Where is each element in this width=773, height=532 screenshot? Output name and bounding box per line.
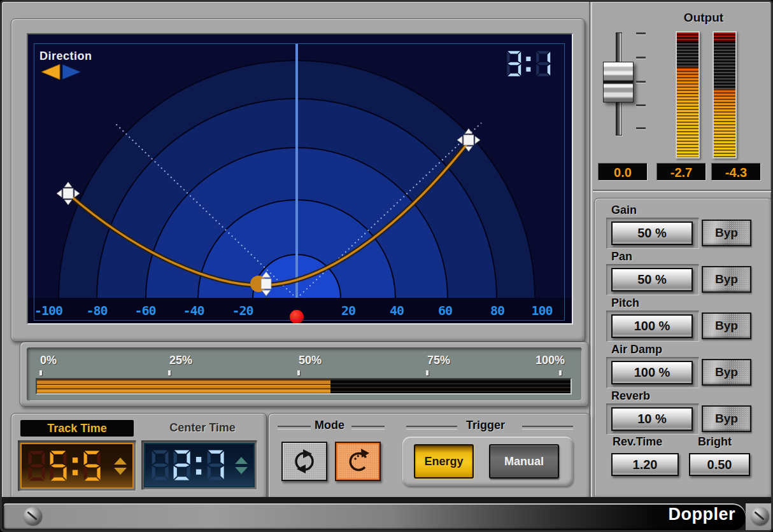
meter-level [677,67,699,157]
track-time-down-icon[interactable] [114,468,127,475]
fader-tick [636,104,646,106]
center-time-label: Center Time [148,421,257,437]
progress-label: 100% [535,354,565,367]
param-label-gain: Gain [611,204,637,217]
progress-tick [168,370,171,375]
output-meter-left [676,31,700,158]
center-time-stepper[interactable] [234,457,248,474]
param-value-gain[interactable]: 50 % [611,221,693,245]
trigger-well: Energy Manual [402,437,573,486]
param-label-pan: Pan [611,250,632,263]
param-value-pan[interactable]: 50 % [611,268,693,291]
trigger-label: Trigger [466,419,505,432]
listener-position-dot [290,310,304,324]
screw-icon [24,507,41,525]
progress-label: 0% [40,354,57,367]
meter-left-readout: -2.7 [656,163,706,181]
axis-tick-label: 40 [390,303,404,318]
param-label-pitch: Pitch [611,297,639,310]
center-time-up-icon[interactable] [235,457,248,464]
trigger-rule-right [522,426,573,430]
trigger-energy-button[interactable]: Energy [414,444,474,479]
mode-loop-button[interactable] [281,442,327,481]
track-time-up-icon[interactable] [114,458,127,465]
center-time-down-icon[interactable] [235,467,248,474]
mode-rule-left [278,426,311,430]
direction-control: Direction [39,50,92,83]
axis-tick-label: 80 [490,303,504,318]
progress-tick [426,370,429,375]
mode-label: Mode [315,419,344,432]
track-time-display[interactable] [20,443,134,489]
column-divider [589,2,592,500]
footer-gradient-bar [4,503,746,530]
progress-label: 25% [169,354,192,367]
axis-tick-label: 60 [438,303,452,318]
radar-panel: -100-80-60-40-2020406080100 Direction [11,18,585,342]
center-time-display[interactable] [144,443,255,487]
axis-tick-label: -20 [232,303,253,318]
fader-tick [636,127,646,129]
trigger-manual-button[interactable]: Manual [489,444,559,479]
axis-tick-label: 100 [531,303,552,318]
times-panel: Track Time Center Time [11,413,267,501]
fader-value-readout: 0.0 [598,163,648,181]
radar-screen[interactable]: -100-80-60-40-2020406080100 Direction [27,33,573,325]
progress-tick [559,370,562,375]
ratio-display [506,50,551,78]
progress-tick [297,370,300,375]
param-byp-reverb[interactable]: Byp [702,405,751,432]
meter-right-readout: -4.3 [711,163,761,181]
meter-level [714,89,735,157]
screw-icon [751,507,769,525]
progress-tick [39,370,42,375]
center-time-digits [150,449,230,482]
plugin-window: -100-80-60-40-2020406080100 Direction 0%… [0,0,773,532]
progress-well: 0%25%50%75%100% [27,347,582,401]
param-label-airdamp: Air Damp [611,343,662,356]
progress-panel: 0%25%50%75%100% [20,342,589,407]
output-fader-knob[interactable] [603,62,634,102]
direction-arrows[interactable] [39,63,88,81]
param-byp-pan[interactable]: Byp [702,266,751,293]
param-value-bright[interactable]: 0.50 [689,453,750,476]
param-label-reverb: Reverb [611,389,650,403]
track-time-well [18,440,136,491]
params-panel: Gain 50 % Byp Pan 50 % Byp Pitch 100 % B… [594,198,772,500]
direction-label: Direction [39,50,92,63]
param-value-pitch[interactable]: 100 % [611,314,693,338]
axis-tick-label: -100 [34,303,62,318]
direction-left-arrow-icon[interactable] [41,64,60,80]
track-time-stepper[interactable] [113,458,127,475]
meter-clip-zone [677,32,699,43]
loop-cycle-icon [290,447,318,475]
param-value-reverb[interactable]: 10 % [611,407,693,431]
direction-right-arrow-icon[interactable] [62,64,81,80]
track-time-label: Track Time [20,420,134,437]
mode-oneshot-button[interactable] [335,442,381,481]
mode-trigger-panel: Mode Trigger Energy Manual [268,413,590,501]
trigger-rule-left [406,426,457,430]
param-byp-pitch[interactable]: Byp [702,312,751,339]
axis-tick-label: -40 [183,303,204,318]
axis-tick-label: -60 [134,303,155,318]
param-label-revtime: Rev.Time [613,435,662,449]
axis-tick-label: -80 [86,303,107,318]
param-value-airdamp[interactable]: 100 % [611,361,693,384]
plugin-name: Doppler [668,505,735,524]
fader-tick [636,57,646,59]
param-value-revtime[interactable]: 1.20 [611,453,679,476]
fader-tick [636,81,646,83]
progress-label: 75% [427,354,450,367]
radar-graphic [28,34,572,298]
position-axis: -100-80-60-40-2020406080100 [28,298,572,323]
param-byp-gain[interactable]: Byp [702,220,751,246]
progress-bar[interactable] [36,378,572,395]
meter-clip-zone [714,32,735,43]
output-meter-right [713,31,737,158]
param-byp-airdamp[interactable]: Byp [702,359,751,386]
mode-rule-right [351,426,385,430]
right-column: Output 0.0 -2.7 -4.3 Gain 50 % Byp Pan [589,2,773,500]
footer-bar: Doppler [2,497,773,532]
center-time-well [141,440,257,490]
